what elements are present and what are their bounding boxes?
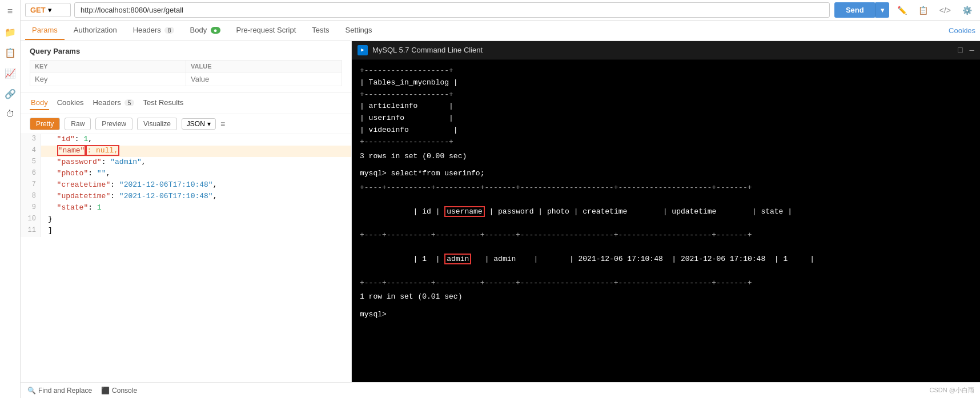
params-key-input[interactable] xyxy=(35,75,181,83)
term-rows-count-1: 3 rows in set (0.00 sec) xyxy=(360,151,972,163)
send-dropdown-button[interactable]: ▾ xyxy=(875,2,889,18)
code-line-10: 10 } xyxy=(21,214,351,226)
code-line-9: 9 "state": 1 xyxy=(21,203,351,214)
term-row-videoinfo: | videoinfo | xyxy=(360,124,972,136)
params-key-cell[interactable] xyxy=(30,73,186,86)
find-replace-label: Find and Replace xyxy=(38,387,92,395)
cookies-link[interactable]: Cookies xyxy=(949,26,975,35)
edit-icon-button[interactable]: ✏️ xyxy=(894,3,910,17)
tab-settings[interactable]: Settings xyxy=(339,21,379,40)
term-row-userinfo: | userinfo | xyxy=(360,112,972,124)
json-dropdown-icon: ▾ xyxy=(207,120,211,128)
term-mysql-prompt-2: mysql> xyxy=(360,309,972,321)
body-tab-cookies[interactable]: Cookies xyxy=(56,96,85,110)
query-params-section: Query Params KEY VALUE xyxy=(21,41,351,93)
query-params-title: Query Params xyxy=(30,47,342,55)
term-mysql-prompt-1: mysql> select*from userinfo; xyxy=(360,168,972,180)
preview-button[interactable]: Preview xyxy=(95,118,132,130)
term-userinfo-sep-top: +----+----------+----------+-------+----… xyxy=(360,182,972,194)
code-line-8: 8 "updatetime": "2021-12-06T17:10:48", xyxy=(21,191,351,203)
sidebar-icon-menu[interactable]: ≡ xyxy=(2,3,18,19)
json-format-select[interactable]: JSON ▾ xyxy=(182,118,216,130)
term-userinfo-data: | 1 | admin | admin | | 2021-12-06 17:10… xyxy=(360,242,972,277)
url-input[interactable] xyxy=(74,2,830,18)
code-line-7: 7 "createtime": "2021-12-06T17:10:48", xyxy=(21,180,351,191)
code-line-6: 6 "photo": "", xyxy=(21,168,351,180)
term-separator-top: +-------------------+ xyxy=(360,65,972,77)
method-dropdown-icon: ▾ xyxy=(48,6,52,14)
find-replace-button[interactable]: 🔍 Find and Replace xyxy=(27,387,92,395)
username-col-header: username xyxy=(444,206,484,217)
url-bar: GET ▾ xyxy=(25,2,830,18)
settings-icon-button[interactable]: ⚙️ xyxy=(959,3,975,17)
console-label: Console xyxy=(112,387,137,395)
term-col-header: | Tables_in_mycnblog | xyxy=(360,77,972,89)
body-headers-badge: 5 xyxy=(124,99,134,106)
tab-tests[interactable]: Tests xyxy=(305,21,336,40)
tab-params[interactable]: Params xyxy=(25,21,65,40)
params-value-input[interactable] xyxy=(191,75,337,83)
terminal-maximize-icon[interactable]: □ xyxy=(958,46,962,55)
tab-pre-request[interactable]: Pre-request Script xyxy=(230,21,303,40)
copy-icon-button[interactable]: 📋 xyxy=(915,3,931,17)
tab-headers[interactable]: Headers 8 xyxy=(126,21,181,40)
bottom-bar: 🔍 Find and Replace ⬛ Console xyxy=(21,382,980,398)
code-line-4: 4 "name": null, xyxy=(21,146,351,157)
request-tab-bar: Params Authorization Headers 8 Body ● Pr… xyxy=(21,21,980,41)
body-tab-test-results[interactable]: Test Results xyxy=(142,96,185,110)
body-tab-bar: Body Cookies Headers 5 Test Results xyxy=(21,93,351,114)
body-dot: ● xyxy=(211,27,220,34)
console-icon: ⬛ xyxy=(101,387,110,395)
send-button-group: Send ▾ xyxy=(834,2,889,18)
body-section: Body Cookies Headers 5 Test Results Pret… xyxy=(21,93,351,382)
left-panel: Query Params KEY VALUE xyxy=(21,41,352,382)
col-key-header: KEY xyxy=(30,61,186,73)
body-tab-headers[interactable]: Headers 5 xyxy=(92,96,135,110)
terminal-icon: ▶ xyxy=(358,45,368,55)
params-value-cell[interactable] xyxy=(186,73,342,86)
term-userinfo-sep-mid: +----+----------+----------+-------+----… xyxy=(360,230,972,242)
sidebar: ≡ 📁 📋 📈 🔗 ⏱ xyxy=(0,0,21,398)
top-toolbar: GET ▾ Send ▾ ✏️ 📋 </> ⚙️ xyxy=(21,0,980,21)
find-replace-icon: 🔍 xyxy=(27,387,36,395)
term-separator-mid: +-------------------+ xyxy=(360,89,972,101)
code-editor: 3 "id": 1, 4 "name": null, 5 "password":… xyxy=(21,134,351,382)
raw-button[interactable]: Raw xyxy=(65,118,91,130)
col-value-header: VALUE xyxy=(186,61,342,73)
term-rows-count-2: 1 row in set (0.01 sec) xyxy=(360,291,972,303)
sidebar-icon-clipboard[interactable]: 📋 xyxy=(2,45,18,61)
tab-authorization[interactable]: Authorization xyxy=(67,21,124,40)
tab-body[interactable]: Body ● xyxy=(183,21,227,40)
terminal-panel: ▶ MySQL 5.7 Command Line Client □ — +---… xyxy=(352,41,980,382)
params-table: KEY VALUE xyxy=(30,60,342,86)
sidebar-icon-link[interactable]: 🔗 xyxy=(2,86,18,102)
method-label: GET xyxy=(30,6,46,14)
params-row-empty xyxy=(30,73,342,86)
term-userinfo-header: | id | username | password | photo | cre… xyxy=(360,194,972,230)
code-icon-button[interactable]: </> xyxy=(936,3,954,17)
main-area: Query Params KEY VALUE xyxy=(21,41,980,382)
format-bar: Pretty Raw Preview Visualize JSON ▾ ≡ xyxy=(21,114,351,134)
term-userinfo-sep-bot: +----+----------+----------+-------+----… xyxy=(360,278,972,290)
wrap-button[interactable]: ≡ xyxy=(220,119,225,128)
method-select[interactable]: GET ▾ xyxy=(25,3,71,17)
terminal-titlebar: ▶ MySQL 5.7 Command Line Client □ — xyxy=(352,41,980,59)
body-tab-body[interactable]: Body xyxy=(30,96,49,110)
term-separator-bot: +-------------------+ xyxy=(360,136,972,148)
terminal-body: +-------------------+ | Tables_in_mycnbl… xyxy=(352,59,980,382)
code-line-11: 11 ] xyxy=(21,226,351,237)
sidebar-icon-clock[interactable]: ⏱ xyxy=(2,106,18,122)
send-button[interactable]: Send xyxy=(834,2,875,18)
terminal-title: MySQL 5.7 Command Line Client xyxy=(372,46,953,54)
code-line-3: 3 "id": 1, xyxy=(21,134,351,146)
code-line-5: 5 "password": "admin", xyxy=(21,157,351,168)
pretty-button[interactable]: Pretty xyxy=(30,118,60,130)
username-data-cell: admin xyxy=(444,254,471,264)
console-button[interactable]: ⬛ Console xyxy=(101,387,137,395)
sidebar-icon-chart[interactable]: 📈 xyxy=(2,65,18,81)
headers-badge: 8 xyxy=(164,27,174,34)
sidebar-icon-folder[interactable]: 📁 xyxy=(2,24,18,40)
visualize-button[interactable]: Visualize xyxy=(137,118,177,130)
terminal-close-icon[interactable]: — xyxy=(970,46,974,55)
term-row-articleinfo: | articleinfo | xyxy=(360,100,972,112)
